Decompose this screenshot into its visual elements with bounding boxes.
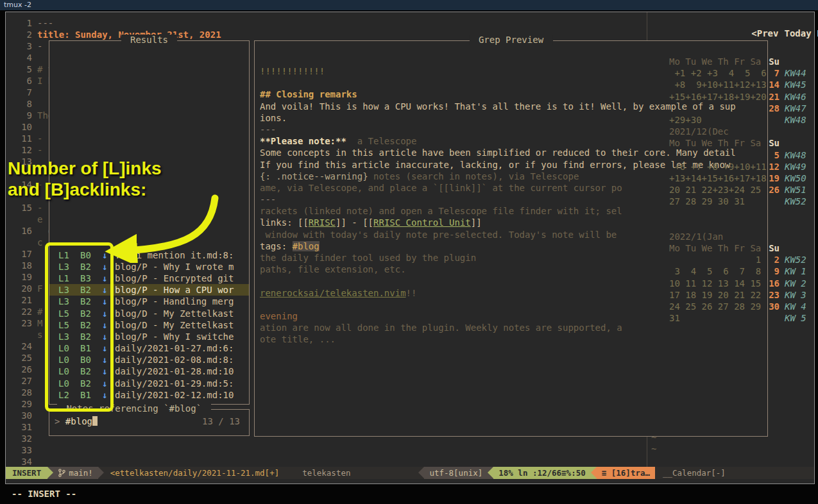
- line-number: 31: [6, 421, 37, 433]
- statusline: INSERT main! <ettelkasten/daily/2021-11-…: [6, 467, 814, 479]
- result-text: blog/P - Handling merg: [115, 296, 234, 307]
- calendar-row[interactable]: 24 25 26 27 28 2930KW 4: [669, 301, 814, 312]
- line-number: 21: [6, 294, 37, 306]
- buffer-line-text: e: [37, 214, 42, 224]
- search-input[interactable]: > #blog: [55, 416, 98, 426]
- result-text: blog/P - Why I switche: [115, 331, 234, 342]
- result-text: daily/2021-02-08.md:8:: [115, 354, 234, 365]
- buffer-line-text: -: [37, 41, 42, 51]
- line-number: 33: [6, 444, 37, 456]
- calendar-row[interactable]: +8 9+10+11+12+1314KW45: [669, 79, 814, 90]
- buffer-row: 34: [6, 456, 646, 467]
- vim-cmdline-mode: -- INSERT --: [12, 489, 76, 499]
- calendar-row: Mo Tu We Th Fr SaSu: [669, 242, 814, 254]
- result-text: blog/P - How a CPU wor: [115, 284, 234, 296]
- line-number: 19: [6, 271, 37, 283]
- buffer-line-text: ---: [37, 18, 53, 28]
- line-number: 10: [6, 121, 37, 133]
- annotation-line-1: Number of [L]inks: [8, 158, 162, 179]
- line-number: 5: [6, 63, 37, 75]
- calendar-row: 2022/1(Jan: [669, 231, 814, 242]
- mode-indicator: INSERT: [6, 467, 47, 479]
- preview-title: Grep Preview: [469, 35, 552, 45]
- calendar-row: Mo Tu We Th Fr SaSu: [669, 56, 814, 67]
- result-text: daily/2021-01-29.md:5:: [115, 378, 234, 389]
- calendar-row[interactable]: +1 +2 +3 4 5 67KW44: [669, 67, 814, 79]
- position-info: 18% ln :12/66≡%:50: [493, 467, 590, 479]
- empty-line-tilde: ~: [651, 432, 656, 442]
- calendar-row[interactable]: 3 4 5 6 7 89KW 1: [669, 265, 814, 277]
- buffer-line-text: c: [37, 237, 42, 248]
- calendar-row[interactable]: +13+14+15+16+17+1819KW50: [669, 172, 814, 184]
- calendar-row[interactable]: 10 11 12 13 14 1516KW 2: [669, 278, 814, 289]
- line-number: 28: [6, 387, 37, 398]
- screen: tmux -2 1---2title: Sunday, November 21s…: [0, 0, 818, 504]
- filename: <ettelkasten/daily/2021-11-21.md[+]: [104, 467, 285, 479]
- calendar-prev-button[interactable]: <Prev: [751, 28, 778, 38]
- calendar-row[interactable]: +15+16+17+18+19+2021KW46: [669, 91, 814, 103]
- result-text: daily/2021-01-28.md:10: [115, 365, 234, 377]
- result-text: daily/2021-01-27.md:6:: [115, 342, 234, 354]
- calendar-nav: <PrevTodayNext>: [697, 18, 818, 49]
- line-number: 30: [6, 410, 37, 421]
- calendar-row[interactable]: +6 +7 +8 +9+10+1112KW49: [669, 161, 814, 172]
- result-text: blog/D - My Zettelkast: [115, 319, 234, 331]
- calendar-row[interactable]: 5KW48: [669, 149, 814, 161]
- calendar-row[interactable]: 28KW47: [669, 103, 814, 114]
- encoding-indicator: utf-8[unix]: [424, 467, 488, 479]
- calendar-row[interactable]: 20 21 22+23+24 2526KW51: [669, 184, 814, 196]
- line-number: 3: [6, 40, 37, 52]
- buffer-line-text: #: [37, 307, 42, 317]
- line-number: 12: [6, 144, 37, 156]
- line-number: 6: [6, 75, 37, 87]
- buffer-line-text: F: [37, 283, 42, 294]
- powerline-separator: [47, 467, 53, 479]
- git-branch-icon: [58, 469, 65, 477]
- calendar-row: [669, 207, 814, 219]
- calendar-window: <PrevTodayNext> Mo Tu We Th Fr SaSu +1 +…: [647, 12, 814, 467]
- powerline-separator: [488, 467, 493, 479]
- calendar-row[interactable]: 27 28 29 30 31KW52: [669, 196, 814, 207]
- buffer-row: 33: [6, 444, 646, 456]
- calendar-rows: Mo Tu We Th Fr SaSu +1 +2 +3 4 5 67KW44 …: [669, 56, 814, 324]
- empty-line-tilde: ~: [651, 444, 656, 454]
- line-number: 26: [6, 364, 37, 375]
- calendar-today-button[interactable]: Today: [784, 28, 811, 38]
- window-titlebar: tmux -2: [0, 0, 818, 10]
- annotation-highlight-box: [45, 242, 114, 412]
- result-count: 13 / 13: [202, 416, 240, 426]
- line-number: 25: [6, 352, 37, 364]
- warning-badge: ≡ [16]tra…: [597, 467, 655, 479]
- annotation-arrow: [90, 189, 225, 263]
- results-title: Results: [121, 35, 178, 45]
- line-number: 4: [6, 52, 37, 63]
- line-number: 7: [6, 87, 37, 98]
- calendar-row[interactable]: 12KW52: [669, 254, 814, 265]
- statusline-right: utf-8[unix] 18% ln :12/66≡%:50 ≡ [16]tra…: [418, 467, 814, 479]
- powerline-separator: [418, 467, 424, 479]
- line-number: 20: [6, 283, 37, 294]
- result-text: daily/2021-02-12.md:10: [115, 389, 234, 401]
- git-branch: main!: [53, 467, 98, 479]
- line-number: 29: [6, 398, 37, 410]
- line-number: 17: [6, 248, 37, 260]
- line-number: 1: [6, 17, 37, 29]
- line-number: 8: [6, 98, 37, 110]
- calendar-row[interactable]: 17 18 19 20 21 2223KW 3: [669, 289, 814, 301]
- powerline-separator: [591, 467, 597, 479]
- query-text: #blog: [65, 416, 92, 426]
- result-text: blog/P - Encrypted git: [115, 273, 234, 284]
- calendar-row[interactable]: 31KW 5: [669, 312, 814, 324]
- calendar-row: [669, 219, 814, 231]
- calendar-statusline: __Calendar[-]: [655, 467, 814, 479]
- powerline-separator: [98, 467, 104, 479]
- buffer-line-text: M: [37, 318, 42, 328]
- result-text: blog/D - My Zettelkast: [115, 308, 234, 319]
- buffer-line-text: s: [37, 330, 42, 340]
- prompt-window: Notes referencing `#blog` > #blog 13 / 1…: [49, 409, 250, 436]
- line-number: 15: [6, 202, 37, 214]
- line-number: 34: [6, 456, 37, 467]
- calendar-row[interactable]: +29+30KW48: [669, 114, 814, 126]
- buffer-row: 1---: [6, 17, 646, 29]
- line-number: 23: [6, 317, 37, 329]
